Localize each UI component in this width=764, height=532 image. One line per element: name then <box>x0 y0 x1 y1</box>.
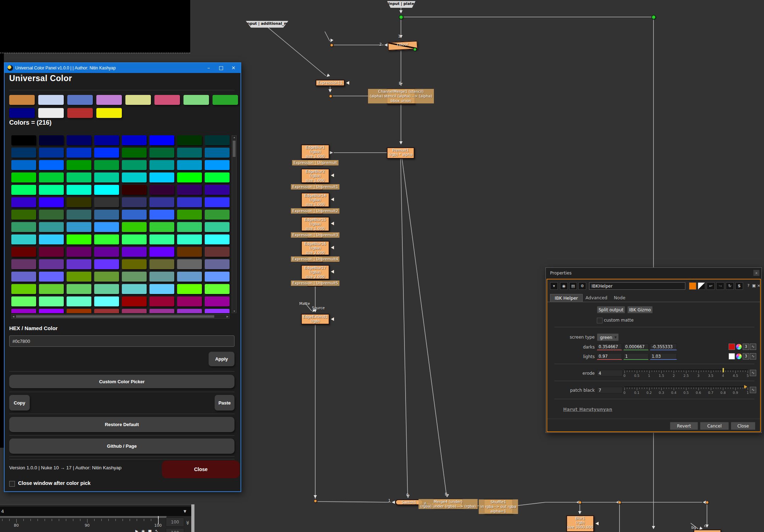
palette-swatch[interactable] <box>67 309 91 313</box>
palette-swatch[interactable] <box>149 185 174 195</box>
quick-swatch[interactable] <box>9 95 35 105</box>
palette-swatch[interactable] <box>94 222 119 232</box>
palette-swatch[interactable] <box>177 172 202 182</box>
palette-swatch[interactable] <box>11 259 36 269</box>
quick-swatch[interactable] <box>9 108 35 118</box>
palette-swatch[interactable] <box>11 148 36 158</box>
palette-swatch[interactable] <box>94 135 119 145</box>
palette-swatch[interactable] <box>11 160 36 170</box>
close-properties-button[interactable]: Close <box>731 422 755 430</box>
palette-swatch[interactable] <box>122 148 147 158</box>
input-tag[interactable]: Input | plate <box>387 1 415 8</box>
palette-swatch[interactable] <box>94 309 119 313</box>
range-end-field[interactable]: 100 <box>166 517 184 527</box>
palette-swatch[interactable] <box>67 135 91 145</box>
dot-node[interactable] <box>314 499 317 503</box>
dot-node[interactable] <box>618 501 621 504</box>
palette-swatch[interactable] <box>205 222 230 232</box>
palette-swatch[interactable] <box>67 160 91 170</box>
palette-swatch[interactable] <box>39 210 64 220</box>
palette-swatch[interactable] <box>94 234 119 244</box>
palette-swatch[interactable] <box>11 309 36 313</box>
darks-color-wheel-icon[interactable] <box>736 344 742 350</box>
mask-input-triangle-icon[interactable] <box>331 198 334 201</box>
palette-swatch[interactable] <box>39 148 64 158</box>
palette-swatch[interactable] <box>122 296 147 306</box>
palette-swatch[interactable] <box>205 284 230 294</box>
postage-stamp-icon[interactable]: ▤ <box>569 282 577 290</box>
palette-swatch[interactable] <box>39 284 64 294</box>
palette-swatch[interactable] <box>149 272 174 282</box>
palette-swatch[interactable] <box>94 160 119 170</box>
quick-swatch[interactable] <box>38 108 64 118</box>
quick-swatch[interactable] <box>67 108 93 118</box>
close-icon[interactable]: x <box>753 270 759 276</box>
restore-default-button[interactable]: Restore Default <box>9 417 234 432</box>
palette-swatch[interactable] <box>149 172 174 182</box>
palette-swatch[interactable] <box>122 197 147 207</box>
palette-swatch[interactable] <box>177 210 202 220</box>
patch-animation-icon[interactable]: ∿ <box>750 387 756 393</box>
palette-swatch[interactable] <box>39 185 64 195</box>
palette-swatch[interactable] <box>94 284 119 294</box>
vertical-scrollbar[interactable]: ▲ ▼ <box>232 135 237 313</box>
graph-node[interactable]: EdgeBlur15(rgba)size 1.000 <box>301 217 329 231</box>
palette-swatch[interactable] <box>67 234 91 244</box>
palette-swatch[interactable] <box>205 296 230 306</box>
palette-swatch[interactable] <box>149 284 174 294</box>
palette-swatch[interactable] <box>94 197 119 207</box>
palette-swatch[interactable] <box>39 135 64 145</box>
custom-color-picker-button[interactable]: Custom Color Picker <box>9 375 234 388</box>
palette-swatch[interactable] <box>149 148 174 158</box>
palette-swatch[interactable] <box>11 185 36 195</box>
palette-swatch[interactable] <box>122 160 147 170</box>
erode-slider-handle[interactable] <box>723 368 724 372</box>
palette-swatch[interactable] <box>205 148 230 158</box>
dot-node[interactable] <box>330 44 333 47</box>
scroll-up-icon[interactable]: ▲ <box>233 136 236 138</box>
author-link[interactable]: Harut Harutyunyan <box>563 407 612 412</box>
palette-swatch[interactable] <box>122 247 147 257</box>
erode-animation-icon[interactable]: ∿ <box>750 370 756 376</box>
palette-swatch[interactable] <box>177 185 202 195</box>
scroll-left-icon[interactable]: ◀ <box>12 315 14 318</box>
node-name-field[interactable] <box>589 282 685 290</box>
expand-chevron-icon[interactable]: ≫ <box>185 521 190 525</box>
patch-slider-handle[interactable] <box>744 385 747 389</box>
darks-b-field[interactable] <box>650 344 677 350</box>
wrench-icon[interactable]: ⚙ <box>578 282 586 290</box>
palette-swatch[interactable] <box>205 197 230 207</box>
palette-swatch[interactable] <box>122 234 147 244</box>
darks-channels-button[interactable]: 3 <box>743 344 749 350</box>
timeline-scroll-track[interactable] <box>0 516 166 518</box>
patch-black-field[interactable] <box>597 387 623 394</box>
mask-input-triangle-icon[interactable] <box>331 317 334 321</box>
palette-swatch[interactable] <box>177 135 202 145</box>
apply-button[interactable]: Apply <box>209 352 234 366</box>
palette-swatch[interactable] <box>149 259 174 269</box>
palette-swatch[interactable] <box>177 284 202 294</box>
palette-swatch[interactable] <box>149 197 174 207</box>
palette-swatch[interactable] <box>205 160 230 170</box>
patch-black-slider[interactable]: 00.10.20.30.40.50.60.70.80.91 <box>624 385 748 395</box>
mask-input-triangle-icon[interactable] <box>331 222 334 225</box>
palette-swatch[interactable] <box>11 197 36 207</box>
dot-node[interactable] <box>706 501 709 504</box>
panel-divider[interactable] <box>191 504 194 532</box>
palette-swatch[interactable] <box>205 247 230 257</box>
palette-swatch[interactable] <box>122 185 147 195</box>
palette-swatch[interactable] <box>67 148 91 158</box>
lights-g-field[interactable] <box>623 353 649 360</box>
quick-swatch[interactable] <box>125 95 151 105</box>
palette-swatch[interactable] <box>39 259 64 269</box>
palette-swatch[interactable] <box>67 197 91 207</box>
palette-swatch[interactable] <box>149 160 174 170</box>
custom-matte-checkbox[interactable] <box>597 318 602 323</box>
input-tag[interactable]: Input | additional_matte <box>246 21 288 28</box>
gl-color-swatch[interactable] <box>698 282 705 290</box>
palette-swatch[interactable] <box>94 185 119 195</box>
lights-b-field[interactable] <box>650 353 677 360</box>
palette-swatch[interactable] <box>94 247 119 257</box>
palette-swatch[interactable] <box>122 284 147 294</box>
lights-r-field[interactable] <box>597 353 622 360</box>
